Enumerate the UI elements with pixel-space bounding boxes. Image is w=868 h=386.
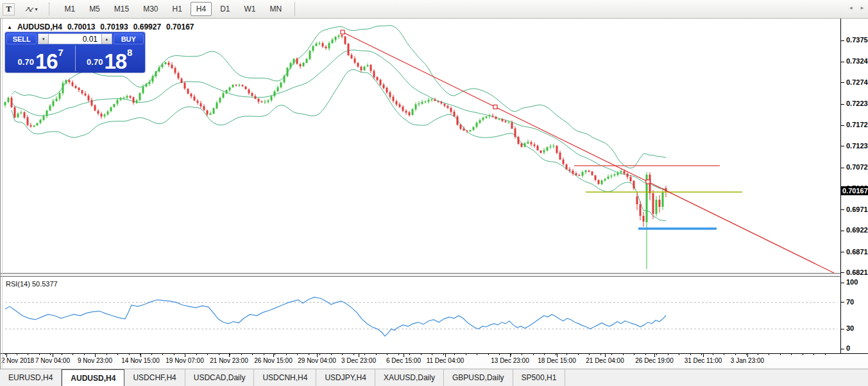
rsi-tick (841, 329, 844, 329)
tab-audusd-h4[interactable]: AUDUSD,H4 (62, 369, 124, 386)
time-axis-label: 2 Nov 2018 (1, 357, 34, 364)
time-minor-tick (556, 354, 556, 355)
chart-tab-bar: EURUSD,H4AUDUSD,H4USDCHF,H4USDCAD,DailyU… (0, 369, 868, 386)
time-minor-tick (690, 354, 691, 355)
trendline-object[interactable] (341, 30, 834, 273)
tf-button-m30[interactable]: M30 (137, 2, 164, 16)
tf-button-h1[interactable]: H1 (166, 2, 187, 16)
time-minor-tick (17, 354, 17, 355)
time-axis-label: 9 Nov 23:00 (78, 357, 112, 364)
buy-price-display[interactable]: 0.70 18 8 (76, 46, 144, 71)
tab-sp500-h1[interactable]: SP500,H1 (513, 369, 566, 386)
time-minor-tick (780, 354, 781, 355)
price-axis[interactable]: 0.737500.732400.727450.722350.717250.712… (840, 19, 868, 353)
rsi-tick-label: 70 (846, 298, 854, 306)
time-minor-tick (364, 354, 365, 355)
time-minor-tick (275, 354, 275, 355)
price-tick (841, 104, 844, 105)
tab-eurusd-h4[interactable]: EURUSD,H4 (0, 369, 62, 386)
trendline-handle[interactable] (646, 180, 650, 184)
rsi-tick (841, 349, 844, 349)
time-minor-tick (309, 354, 309, 355)
text-tool-button[interactable]: T (3, 3, 15, 15)
time-minor-tick (409, 354, 410, 355)
time-minor-tick (39, 354, 40, 355)
trendline-handle[interactable] (493, 105, 497, 109)
time-axis-label: 26 Nov 15:00 (254, 357, 293, 364)
buy-price-fraction: 8 (127, 47, 132, 58)
rsi-tick-label: 30 (846, 324, 854, 332)
time-minor-tick (230, 354, 230, 355)
time-axis-label: 3 Jan 23:00 (731, 357, 764, 364)
buy-button[interactable]: BUY (114, 33, 144, 44)
time-minor-tick (387, 354, 387, 355)
time-axis[interactable]: 2 Nov 20187 Nov 04:009 Nov 23:0014 Nov 1… (0, 353, 868, 369)
time-axis-label: 6 Dec 15:00 (386, 357, 421, 364)
timeframe-button-group: M1M5M15M30H1H4D1W1MN (57, 2, 289, 16)
tf-button-w1[interactable]: W1 (239, 2, 262, 16)
time-axis-label: 19 Nov 07:00 (166, 357, 204, 364)
tf-button-m15[interactable]: M15 (108, 2, 135, 16)
tab-usdchf-h4[interactable]: USDCHF,H4 (124, 369, 185, 386)
time-minor-tick (825, 354, 826, 355)
time-minor-tick (398, 354, 399, 355)
tab-gbpusd-daily[interactable]: GBPUSD,Daily (444, 369, 513, 386)
time-minor-tick (589, 354, 590, 355)
sell-price-display[interactable]: 0.70 16 7 (6, 46, 76, 71)
time-minor-tick (679, 354, 679, 355)
time-minor-tick (252, 354, 253, 355)
price-tick-label: 0.73750 (846, 36, 868, 44)
rsi-indicator (5, 297, 837, 337)
tab-xauusd-daily[interactable]: XAUUSD,Daily (375, 369, 444, 386)
time-minor-tick (151, 354, 152, 355)
time-minor-tick (645, 354, 646, 355)
time-axis-label: 21 Dec 04:00 (586, 357, 624, 364)
tab-usdcnh-h4[interactable]: USDCNH,H4 (254, 369, 316, 386)
time-minor-tick (5, 354, 6, 355)
chevron-down-icon: ▾ (35, 6, 37, 12)
price-tick-label: 0.71230 (846, 142, 868, 150)
rsi-tick-label: 100 (846, 278, 858, 286)
time-minor-tick (623, 354, 624, 355)
time-minor-tick (522, 354, 522, 355)
pane-splitter[interactable] (0, 273, 840, 277)
price-tick-label: 0.72235 (846, 100, 868, 107)
time-minor-tick (533, 354, 534, 355)
price-tick (841, 40, 844, 41)
time-minor-tick (421, 354, 421, 355)
tf-button-mn[interactable]: MN (264, 2, 288, 16)
sell-button[interactable]: SELL (6, 33, 37, 44)
arrows-tool-button[interactable]: ↗↙ ▾ (21, 4, 41, 14)
time-minor-tick (196, 354, 197, 355)
tf-button-m1[interactable]: M1 (58, 2, 81, 16)
price-tick (841, 252, 844, 252)
time-minor-tick (713, 354, 713, 355)
time-minor-tick (803, 354, 803, 355)
arrows-icon: ↗↙ (24, 5, 32, 13)
volume-input[interactable] (49, 33, 101, 44)
tab-scroll-left-icon[interactable]: ◄ (848, 5, 853, 11)
time-axis-label: 29 Nov 04:00 (298, 357, 336, 364)
time-axis-label: 31 Dec 11:00 (685, 357, 722, 364)
time-axis-label: 21 Nov 23:00 (210, 357, 248, 364)
time-minor-tick (758, 354, 758, 355)
tf-button-d1[interactable]: D1 (214, 2, 235, 16)
time-minor-tick (488, 354, 489, 355)
tab-scroll-right-icon[interactable]: ► (860, 5, 865, 11)
time-minor-tick (656, 354, 657, 355)
time-axis-label: 7 Nov 04:00 (35, 357, 70, 364)
time-minor-tick (466, 354, 466, 355)
time-minor-tick (376, 354, 377, 355)
price-tick-label: 0.73240 (846, 57, 868, 65)
volume-decrease-button[interactable]: ▼ (38, 33, 49, 44)
tab-usdjpy-h4[interactable]: USDJPY,H4 (316, 369, 375, 386)
ohlc-open: 0.70013 (67, 22, 95, 31)
trendline-handle[interactable] (341, 30, 345, 34)
tab-usdcad-daily[interactable]: USDCAD,Daily (185, 369, 255, 386)
time-minor-tick (701, 354, 702, 355)
time-minor-tick (207, 354, 208, 355)
tf-button-h4[interactable]: H4 (191, 2, 212, 16)
volume-increase-button[interactable]: ▲ (101, 33, 112, 44)
window-frame-line (2, 19, 3, 369)
tf-button-m5[interactable]: M5 (83, 2, 106, 16)
